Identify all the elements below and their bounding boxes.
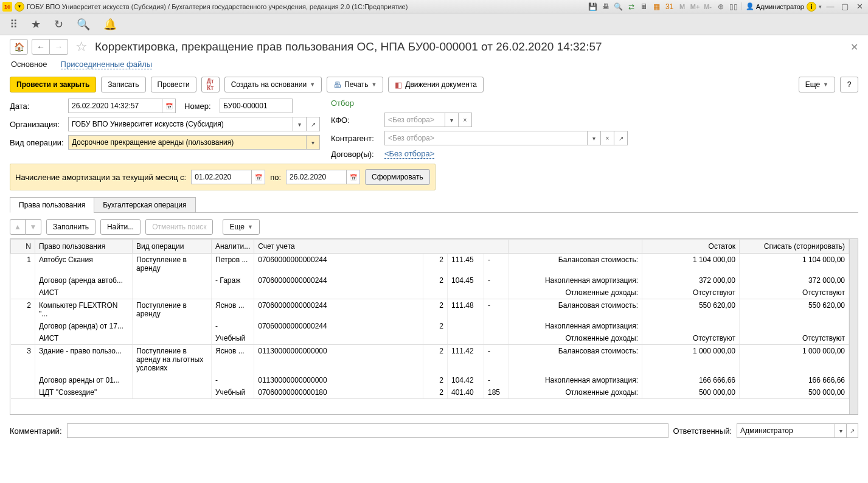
- cancel-search-button[interactable]: Отменить поиск: [145, 219, 213, 235]
- amort-from-input[interactable]: [191, 170, 252, 184]
- table-row[interactable]: АИСТУчебныйОтложенные доходы:Отсутствуют…: [11, 332, 849, 345]
- document-close-button[interactable]: ✕: [850, 41, 858, 53]
- minimize-button[interactable]: —: [824, 2, 836, 11]
- history-icon[interactable]: ↻: [54, 18, 63, 31]
- org-dropdown-button[interactable]: ▾: [293, 117, 307, 131]
- table-row[interactable]: 1Автобус СканияПоступление в арендуПетро…: [11, 254, 849, 275]
- table-row[interactable]: Договор аренды от 01...-0113000000000000…: [11, 374, 849, 386]
- table-row[interactable]: АИСТОтложенные доходы:ОтсутствуютОтсутст…: [11, 287, 849, 299]
- col-usage[interactable]: Право пользования: [35, 240, 133, 254]
- contr-clear-button[interactable]: ×: [601, 131, 614, 145]
- col-remain[interactable]: Остаток: [642, 240, 740, 254]
- date-input[interactable]: [68, 99, 162, 113]
- home-button[interactable]: 🏠: [10, 39, 28, 55]
- table-row[interactable]: 2Компьютер FLEXTRON "...Поступление в ар…: [11, 299, 849, 321]
- col-account[interactable]: Счет учета: [254, 240, 509, 254]
- amort-to-input[interactable]: [286, 170, 347, 184]
- notifications-icon[interactable]: 🔔: [103, 18, 117, 31]
- compare-icon[interactable]: ⇄: [626, 1, 637, 12]
- more-button[interactable]: Еще▼: [799, 77, 835, 92]
- post-button[interactable]: Провести: [151, 77, 196, 92]
- table-row[interactable]: Договор (аренда) от 17...-07060000000000…: [11, 320, 849, 332]
- calculator-icon[interactable]: 🖩: [639, 1, 650, 12]
- info-icon[interactable]: i: [807, 2, 816, 12]
- save-icon[interactable]: 💾: [588, 1, 599, 12]
- col-op[interactable]: Вид операции: [133, 240, 212, 254]
- print-quick-icon[interactable]: 🖶: [600, 1, 611, 12]
- responsible-open-button[interactable]: ↗: [847, 423, 858, 438]
- subtab-attached[interactable]: Присоединенные файлы: [61, 60, 153, 69]
- table-row[interactable]: 3Здание - право пользо...Поступление в а…: [11, 345, 849, 375]
- contr-input[interactable]: [384, 131, 588, 145]
- optype-dropdown-button[interactable]: ▾: [307, 135, 320, 150]
- optype-input[interactable]: [68, 135, 307, 150]
- dog-link[interactable]: <Без отбора>: [384, 149, 434, 159]
- topbar: ⠿ ★ ↻ 🔍 🔔: [0, 13, 868, 35]
- create-based-button[interactable]: Создать на основании▼: [224, 77, 322, 92]
- col-remain-label[interactable]: [509, 240, 642, 254]
- comment-input[interactable]: [67, 423, 668, 438]
- amort-to-cal-button[interactable]: 📅: [347, 170, 360, 184]
- post-and-close-button[interactable]: Провести и закрыть: [10, 77, 96, 92]
- print-button[interactable]: 🖶Печать▼: [327, 77, 383, 92]
- m-plus-icon[interactable]: M+: [690, 1, 701, 12]
- col-num[interactable]: N: [11, 240, 35, 254]
- table-row[interactable]: ЦДТ "Созвездие"Учебный070600000000001802…: [11, 386, 849, 399]
- number-label: Номер:: [184, 102, 216, 111]
- tab-accounting-operation[interactable]: Бухгалтерская операция: [94, 197, 195, 213]
- dt-kt-button[interactable]: ДтКт: [201, 77, 220, 92]
- window-close-button[interactable]: ✕: [853, 2, 866, 11]
- fill-button[interactable]: Заполнить: [46, 219, 95, 235]
- calendar31-icon[interactable]: 31: [664, 1, 675, 12]
- window-title: ГОБУ ВПО Университет искусств (Субсидия)…: [27, 3, 585, 10]
- number-input[interactable]: [220, 99, 293, 113]
- table-header-row: N Право пользования Вид операции Аналити…: [11, 240, 849, 254]
- move-up-button[interactable]: ▲: [10, 219, 26, 235]
- org-input[interactable]: [68, 117, 293, 131]
- contr-dropdown-button[interactable]: ▾: [588, 131, 601, 145]
- m-minus-icon[interactable]: M-: [703, 1, 713, 12]
- maximize-button[interactable]: ▢: [839, 2, 851, 11]
- movements-button[interactable]: ◧Движения документа: [388, 77, 484, 92]
- search-icon[interactable]: 🔍: [77, 18, 90, 31]
- m-icon[interactable]: M: [677, 1, 688, 12]
- favorite-icon[interactable]: ★: [31, 18, 41, 31]
- back-button[interactable]: ←: [32, 39, 50, 55]
- kfo-label: КФО:: [331, 116, 381, 125]
- kfo-dropdown-button[interactable]: ▾: [445, 113, 459, 127]
- col-analytic[interactable]: Аналити...: [212, 240, 254, 254]
- date-label: Дата:: [10, 102, 64, 111]
- col-writeoff[interactable]: Списать (сторнировать): [740, 240, 849, 254]
- move-down-button[interactable]: ▼: [26, 219, 41, 235]
- kfo-input[interactable]: [384, 113, 445, 127]
- amort-from-cal-button[interactable]: 📅: [252, 170, 265, 184]
- generate-button[interactable]: Сформировать: [365, 169, 430, 185]
- help-button[interactable]: ?: [840, 77, 858, 92]
- zoom-icon[interactable]: ⊕: [715, 1, 726, 12]
- org-open-button[interactable]: ↗: [307, 117, 320, 131]
- calendar-icon[interactable]: ▦: [651, 1, 662, 12]
- preview-icon[interactable]: 🔍: [613, 1, 624, 12]
- date-calendar-button[interactable]: 📅: [162, 99, 176, 113]
- find-button[interactable]: Найти...: [100, 219, 141, 235]
- table-more-button[interactable]: Еще▼: [223, 219, 259, 235]
- apps-icon[interactable]: ⠿: [10, 18, 18, 31]
- tab-usage-rights[interactable]: Права пользования: [10, 197, 94, 213]
- responsible-input[interactable]: [737, 423, 835, 438]
- amortization-panel: Начисление амортизации за текущий месяц …: [10, 164, 436, 190]
- responsible-dropdown-button[interactable]: ▾: [835, 423, 847, 438]
- kfo-clear-button[interactable]: ×: [459, 113, 472, 127]
- amort-to-label: по:: [270, 173, 281, 182]
- table-row[interactable]: Договор (аренда автоб...- Гараж070600000…: [11, 274, 849, 287]
- table-container: N Право пользования Вид операции Аналити…: [10, 238, 858, 415]
- main-menu-dropdown[interactable]: ▾: [15, 2, 24, 12]
- user-block[interactable]: 👤 Администратор: [741, 2, 804, 10]
- comment-label: Комментарий:: [10, 426, 62, 436]
- write-button[interactable]: Записать: [101, 77, 145, 92]
- vertical-scrollbar[interactable]: [849, 239, 858, 414]
- star-toggle-icon[interactable]: ☆: [75, 39, 88, 55]
- panels-icon[interactable]: ▯▯: [728, 1, 739, 12]
- forward-button[interactable]: →: [50, 39, 68, 55]
- contr-open-button[interactable]: ↗: [614, 131, 628, 145]
- subtab-main[interactable]: Основное: [11, 60, 47, 69]
